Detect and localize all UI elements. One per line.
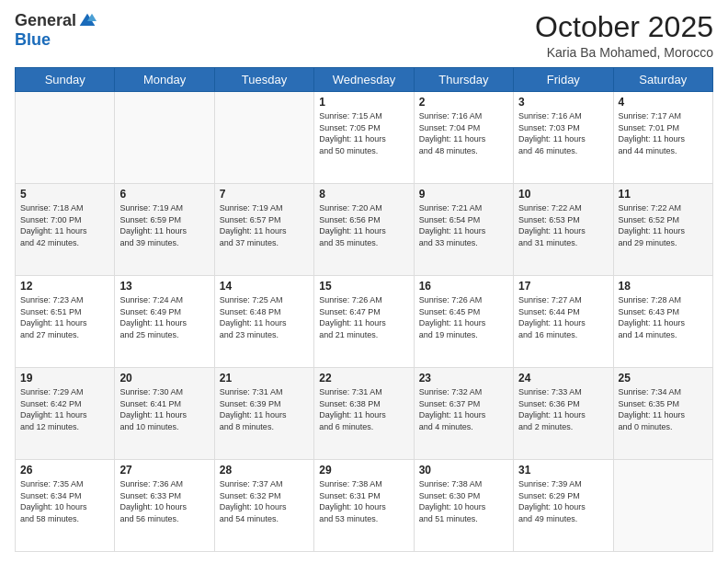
day-number: 22 (319, 372, 408, 385)
day-number: 18 (619, 280, 708, 293)
day-info: Sunrise: 7:23 AM Sunset: 6:51 PM Dayligh… (20, 294, 109, 340)
calendar: Sunday Monday Tuesday Wednesday Thursday… (15, 67, 713, 552)
calendar-week-row: 1Sunrise: 7:15 AM Sunset: 7:05 PM Daylig… (16, 92, 713, 184)
calendar-day-cell: 25Sunrise: 7:34 AM Sunset: 6:35 PM Dayli… (613, 368, 712, 460)
day-number: 10 (518, 188, 608, 201)
day-info: Sunrise: 7:22 AM Sunset: 6:52 PM Dayligh… (619, 202, 708, 248)
day-info: Sunrise: 7:33 AM Sunset: 6:36 PM Dayligh… (518, 386, 608, 432)
day-info: Sunrise: 7:31 AM Sunset: 6:38 PM Dayligh… (319, 386, 408, 432)
day-number: 6 (119, 188, 209, 201)
calendar-day-cell: 29Sunrise: 7:38 AM Sunset: 6:31 PM Dayli… (314, 460, 414, 552)
calendar-day-cell: 16Sunrise: 7:26 AM Sunset: 6:45 PM Dayli… (414, 276, 513, 368)
logo: General Blue (15, 11, 97, 50)
calendar-day-cell: 7Sunrise: 7:19 AM Sunset: 6:57 PM Daylig… (214, 184, 313, 276)
day-info: Sunrise: 7:36 AM Sunset: 6:33 PM Dayligh… (119, 478, 209, 524)
calendar-day-cell: 18Sunrise: 7:28 AM Sunset: 6:43 PM Dayli… (613, 276, 712, 368)
header-tuesday: Tuesday (214, 68, 313, 92)
day-number: 9 (419, 188, 508, 201)
header-monday: Monday (115, 68, 214, 92)
calendar-day-cell: 10Sunrise: 7:22 AM Sunset: 6:53 PM Dayli… (514, 184, 613, 276)
day-number: 14 (220, 280, 309, 293)
calendar-day-cell (115, 92, 214, 184)
calendar-week-row: 19Sunrise: 7:29 AM Sunset: 6:42 PM Dayli… (16, 368, 713, 460)
calendar-day-cell: 26Sunrise: 7:35 AM Sunset: 6:34 PM Dayli… (16, 460, 115, 552)
calendar-day-cell: 11Sunrise: 7:22 AM Sunset: 6:52 PM Dayli… (613, 184, 712, 276)
day-number: 24 (518, 372, 608, 385)
calendar-day-cell: 8Sunrise: 7:20 AM Sunset: 6:56 PM Daylig… (314, 184, 414, 276)
calendar-day-cell: 5Sunrise: 7:18 AM Sunset: 7:00 PM Daylig… (16, 184, 115, 276)
day-number: 30 (419, 464, 508, 477)
calendar-day-cell: 6Sunrise: 7:19 AM Sunset: 6:59 PM Daylig… (115, 184, 214, 276)
calendar-day-cell (613, 460, 712, 552)
day-number: 11 (619, 188, 708, 201)
header-sunday: Sunday (16, 68, 115, 92)
day-number: 5 (20, 188, 109, 201)
calendar-day-cell: 9Sunrise: 7:21 AM Sunset: 6:54 PM Daylig… (414, 184, 513, 276)
calendar-day-cell: 19Sunrise: 7:29 AM Sunset: 6:42 PM Dayli… (16, 368, 115, 460)
calendar-day-cell (16, 92, 115, 184)
logo-icon (78, 12, 97, 30)
day-number: 7 (220, 188, 309, 201)
day-number: 23 (419, 372, 508, 385)
calendar-day-cell: 1Sunrise: 7:15 AM Sunset: 7:05 PM Daylig… (314, 92, 414, 184)
page: General Blue October 2025 Karia Ba Moham… (0, 0, 728, 563)
day-info: Sunrise: 7:31 AM Sunset: 6:39 PM Dayligh… (220, 386, 309, 432)
location-subtitle: Karia Ba Mohamed, Morocco (535, 45, 713, 60)
day-number: 29 (319, 464, 408, 477)
header-wednesday: Wednesday (314, 68, 414, 92)
header-friday: Friday (514, 68, 613, 92)
day-info: Sunrise: 7:16 AM Sunset: 7:03 PM Dayligh… (518, 110, 608, 156)
day-info: Sunrise: 7:38 AM Sunset: 6:31 PM Dayligh… (319, 478, 408, 524)
calendar-week-row: 12Sunrise: 7:23 AM Sunset: 6:51 PM Dayli… (16, 276, 713, 368)
day-number: 28 (220, 464, 309, 477)
logo-blue-text: Blue (15, 30, 51, 50)
day-info: Sunrise: 7:24 AM Sunset: 6:49 PM Dayligh… (119, 294, 209, 340)
day-info: Sunrise: 7:39 AM Sunset: 6:29 PM Dayligh… (518, 478, 608, 524)
calendar-day-cell: 24Sunrise: 7:33 AM Sunset: 6:36 PM Dayli… (514, 368, 613, 460)
day-info: Sunrise: 7:35 AM Sunset: 6:34 PM Dayligh… (20, 478, 109, 524)
day-number: 19 (20, 372, 109, 385)
header: General Blue October 2025 Karia Ba Moham… (15, 11, 713, 60)
day-number: 31 (518, 464, 608, 477)
calendar-day-cell: 14Sunrise: 7:25 AM Sunset: 6:48 PM Dayli… (214, 276, 313, 368)
day-number: 21 (220, 372, 309, 385)
calendar-day-cell: 23Sunrise: 7:32 AM Sunset: 6:37 PM Dayli… (414, 368, 513, 460)
calendar-day-cell: 15Sunrise: 7:26 AM Sunset: 6:47 PM Dayli… (314, 276, 414, 368)
day-number: 4 (619, 96, 708, 109)
day-info: Sunrise: 7:17 AM Sunset: 7:01 PM Dayligh… (619, 110, 708, 156)
day-number: 3 (518, 96, 608, 109)
day-number: 16 (419, 280, 508, 293)
day-info: Sunrise: 7:20 AM Sunset: 6:56 PM Dayligh… (319, 202, 408, 248)
header-saturday: Saturday (613, 68, 712, 92)
day-info: Sunrise: 7:30 AM Sunset: 6:41 PM Dayligh… (119, 386, 209, 432)
day-info: Sunrise: 7:18 AM Sunset: 7:00 PM Dayligh… (20, 202, 109, 248)
calendar-day-cell: 13Sunrise: 7:24 AM Sunset: 6:49 PM Dayli… (115, 276, 214, 368)
day-info: Sunrise: 7:38 AM Sunset: 6:30 PM Dayligh… (419, 478, 508, 524)
calendar-day-cell (214, 92, 313, 184)
calendar-day-cell: 2Sunrise: 7:16 AM Sunset: 7:04 PM Daylig… (414, 92, 513, 184)
day-number: 27 (119, 464, 209, 477)
day-number: 26 (20, 464, 109, 477)
day-number: 12 (20, 280, 109, 293)
title-block: October 2025 Karia Ba Mohamed, Morocco (535, 11, 713, 60)
day-number: 1 (319, 96, 408, 109)
day-info: Sunrise: 7:37 AM Sunset: 6:32 PM Dayligh… (220, 478, 309, 524)
day-info: Sunrise: 7:27 AM Sunset: 6:44 PM Dayligh… (518, 294, 608, 340)
day-info: Sunrise: 7:16 AM Sunset: 7:04 PM Dayligh… (419, 110, 508, 156)
day-info: Sunrise: 7:32 AM Sunset: 6:37 PM Dayligh… (419, 386, 508, 432)
calendar-day-cell: 12Sunrise: 7:23 AM Sunset: 6:51 PM Dayli… (16, 276, 115, 368)
calendar-day-cell: 3Sunrise: 7:16 AM Sunset: 7:03 PM Daylig… (514, 92, 613, 184)
weekday-header-row: Sunday Monday Tuesday Wednesday Thursday… (16, 68, 713, 92)
day-info: Sunrise: 7:15 AM Sunset: 7:05 PM Dayligh… (319, 110, 408, 156)
day-number: 2 (419, 96, 508, 109)
day-number: 25 (619, 372, 708, 385)
day-info: Sunrise: 7:28 AM Sunset: 6:43 PM Dayligh… (619, 294, 708, 340)
calendar-day-cell: 21Sunrise: 7:31 AM Sunset: 6:39 PM Dayli… (214, 368, 313, 460)
day-number: 17 (518, 280, 608, 293)
day-info: Sunrise: 7:26 AM Sunset: 6:47 PM Dayligh… (319, 294, 408, 340)
month-title: October 2025 (535, 11, 713, 43)
calendar-day-cell: 4Sunrise: 7:17 AM Sunset: 7:01 PM Daylig… (613, 92, 712, 184)
calendar-day-cell: 28Sunrise: 7:37 AM Sunset: 6:32 PM Dayli… (214, 460, 313, 552)
day-info: Sunrise: 7:34 AM Sunset: 6:35 PM Dayligh… (619, 386, 708, 432)
logo-general-text: General (15, 11, 76, 30)
